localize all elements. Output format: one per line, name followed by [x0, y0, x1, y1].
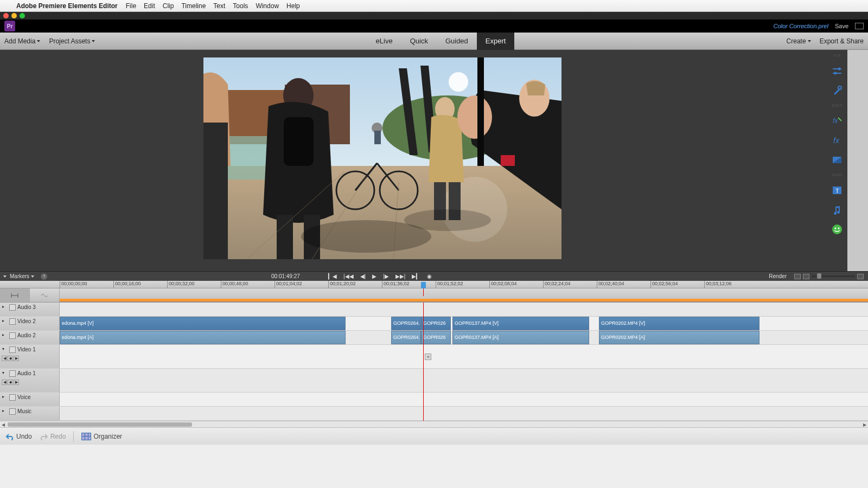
speaker-icon[interactable] [9, 370, 16, 377]
tools-icon[interactable] [830, 84, 844, 98]
close-gap-icon[interactable]: ✕ [425, 354, 431, 360]
menu-text[interactable]: Text [209, 2, 229, 10]
scroll-left-icon[interactable]: ◀ [0, 421, 7, 428]
clip[interactable]: GOPR026 [421, 317, 451, 330]
graphics-icon[interactable] [830, 222, 844, 236]
collapse-icon[interactable]: ▾ [2, 370, 8, 375]
project-assets-button[interactable]: Project Assets [44, 33, 99, 50]
clip[interactable]: GOPR0202.MP4 [A] [599, 331, 760, 344]
menu-help[interactable]: Help [283, 2, 304, 10]
selection-tool-icon[interactable] [0, 288, 30, 302]
tab-quick[interactable]: Quick [401, 33, 437, 50]
playhead[interactable] [423, 288, 424, 296]
video-preview[interactable] [203, 57, 561, 259]
expand-icon[interactable]: ▸ [2, 394, 8, 399]
menu-timeline[interactable]: Timeline [177, 2, 209, 10]
track-lane[interactable]: ✕ [60, 345, 868, 368]
eye-icon[interactable] [9, 346, 16, 353]
clip[interactable]: edona.mp4 [V] [60, 317, 346, 330]
menu-file[interactable]: File [122, 2, 140, 10]
zoom-view-icon[interactable] [857, 274, 864, 279]
expand-icon[interactable]: ▸ [2, 408, 8, 413]
app-name[interactable]: Adobe Premiere Elements Editor [12, 2, 122, 10]
adjust-icon[interactable] [830, 64, 844, 78]
render-button[interactable]: Render [769, 273, 787, 279]
playhead-line[interactable] [423, 303, 424, 421]
next-keyframe-icon[interactable]: ▶ [14, 356, 19, 361]
menu-clip[interactable]: Clip [159, 2, 178, 10]
audio-tool-icon[interactable] [30, 288, 60, 302]
tab-guided[interactable]: Guided [437, 33, 477, 50]
menu-window[interactable]: Window [252, 2, 283, 10]
clip[interactable]: GOPR0137.MP4 [A] [452, 331, 589, 344]
track-lane[interactable]: edona.mp4 [V] GOPR0264. GOPR026 GOPR0137… [60, 317, 868, 330]
step-fwd-icon[interactable]: |▶ [383, 273, 389, 279]
track-lane[interactable] [60, 369, 868, 392]
clip[interactable]: GOPR0202.MP4 [V] [599, 317, 760, 330]
horizontal-scrollbar[interactable]: ◀ ▶ [0, 421, 868, 427]
markers-menu[interactable]: Markers [7, 273, 37, 279]
time-ruler[interactable]: 00;00;00;00 00;00;16;00 00;00;32;00 00;0… [0, 281, 868, 288]
menu-edit[interactable]: Edit [140, 2, 159, 10]
track-header[interactable]: ▸Audio 2 [0, 331, 60, 344]
expand-icon[interactable]: ▸ [2, 318, 8, 323]
current-timecode[interactable]: 00:01:49:27 [271, 273, 300, 279]
prev-keyframe-icon[interactable]: ◀ [2, 380, 7, 385]
expand-icon[interactable]: ▸ [2, 304, 8, 309]
next-keyframe-icon[interactable]: ▶ [14, 380, 19, 385]
menu-tools[interactable]: Tools [229, 2, 252, 10]
snapshot-icon[interactable]: ◉ [427, 273, 432, 279]
eye-icon[interactable] [9, 318, 16, 325]
fullscreen-icon[interactable] [855, 23, 864, 29]
track-header[interactable]: ▸Video 2 [0, 317, 60, 330]
tab-elive[interactable]: eLive [367, 33, 401, 50]
add-keyframe-icon[interactable]: ◆ [8, 380, 13, 385]
transitions-icon[interactable] [830, 153, 844, 167]
close-window-icon[interactable] [3, 13, 9, 18]
zoom-out-icon[interactable] [794, 274, 801, 279]
track-lane[interactable] [60, 303, 868, 316]
clip[interactable]: GOPR0264. [391, 331, 421, 344]
clip[interactable]: edona.mp4 [A] [60, 331, 346, 344]
scrollbar-thumb[interactable] [8, 422, 192, 427]
zoom-fit-icon[interactable] [803, 274, 809, 279]
track-header[interactable]: ▾Video 1 ◀◆▶ [0, 345, 60, 368]
help-icon[interactable]: ? [41, 273, 47, 280]
clip[interactable]: GOPR026 [421, 331, 451, 344]
minimize-window-icon[interactable] [11, 13, 17, 18]
track-header[interactable]: ▸Voice [0, 393, 60, 406]
track-header[interactable]: ▸Music [0, 407, 60, 420]
play-icon[interactable]: ▶ [372, 273, 376, 279]
playhead-handle-icon[interactable] [421, 282, 426, 288]
music-icon[interactable] [830, 203, 844, 217]
scroll-right-icon[interactable]: ▶ [861, 421, 868, 428]
create-button[interactable]: Create [782, 33, 815, 50]
mic-icon[interactable] [9, 394, 16, 401]
track-lane[interactable] [60, 393, 868, 406]
track-header[interactable]: ▾Audio 1 ◀◆▶ [0, 369, 60, 392]
expand-icon[interactable]: ▸ [2, 332, 8, 337]
export-share-button[interactable]: Export & Share [815, 33, 868, 50]
save-button[interactable]: Save [835, 23, 848, 29]
track-lane[interactable] [60, 407, 868, 420]
clip[interactable]: GOPR0137.MP4 [V] [452, 317, 589, 330]
add-keyframe-icon[interactable]: ◆ [8, 356, 13, 361]
goto-out-icon[interactable]: ▶▎ [412, 273, 420, 279]
note-icon[interactable] [9, 408, 16, 415]
prev-keyframe-icon[interactable]: ◀ [2, 356, 7, 361]
applied-effects-icon[interactable]: fx [830, 114, 844, 128]
undo-button[interactable]: Undo [5, 433, 32, 440]
step-back-icon[interactable]: ◀| [360, 273, 366, 279]
track-lane[interactable]: edona.mp4 [A] GOPR0264. GOPR026 GOPR0137… [60, 331, 868, 344]
zoom-slider[interactable] [812, 275, 855, 277]
effects-icon[interactable]: fx [830, 133, 844, 147]
redo-button[interactable]: Redo [40, 433, 66, 440]
speaker-icon[interactable] [9, 332, 16, 339]
track-header[interactable]: ▸Audio 3 [0, 303, 60, 316]
organizer-button[interactable]: Organizer [81, 433, 122, 440]
maximize-window-icon[interactable] [20, 13, 25, 18]
clip[interactable]: GOPR0264. [391, 317, 421, 330]
goto-in-icon[interactable]: ▎◀ [328, 273, 337, 279]
collapse-icon[interactable]: ▾ [2, 346, 8, 351]
speaker-icon[interactable] [9, 304, 16, 311]
